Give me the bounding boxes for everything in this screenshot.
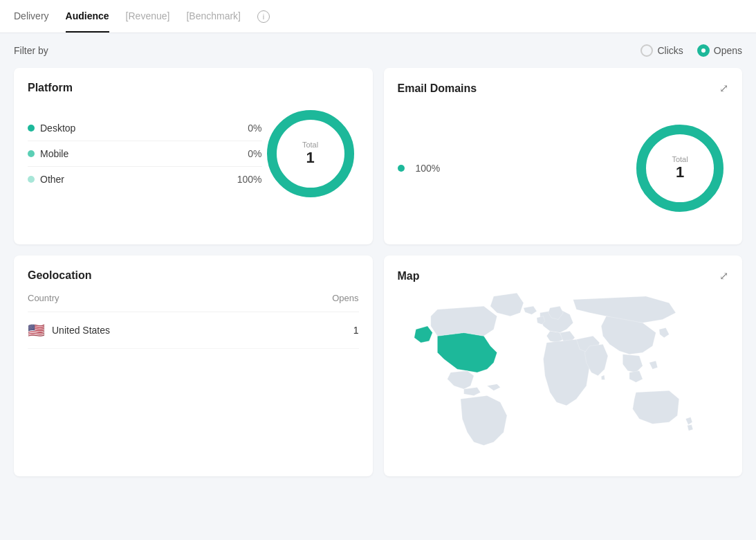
- map-title: Map: [398, 270, 420, 282]
- country-name: United States: [52, 325, 110, 336]
- nav-revenue[interactable]: [Revenue]: [126, 1, 170, 33]
- platform-item-desktop: Desktop 0%: [28, 116, 262, 141]
- country-flag: 🇺🇸: [28, 322, 45, 339]
- opens-value: 1: [278, 312, 359, 349]
- email-domains-expand-button[interactable]: ⤢: [719, 82, 728, 95]
- info-icon[interactable]: i: [257, 10, 270, 23]
- nav-audience[interactable]: Audience: [66, 1, 109, 33]
- geolocation-title: Geolocation: [28, 269, 91, 282]
- email-domains-donut-center: Total 1: [672, 155, 688, 181]
- desktop-label: Desktop: [40, 123, 75, 134]
- nav-delivery[interactable]: Delivery: [14, 1, 49, 33]
- platform-item-other: Other 100%: [28, 167, 262, 192]
- nav-benchmark[interactable]: [Benchmark]: [186, 1, 241, 33]
- top-navigation: Delivery Audience [Revenue] [Benchmark] …: [0, 0, 756, 33]
- filter-label: Filter by: [14, 45, 48, 56]
- email-domains-card: Email Domains ⤢ 100% Total 1: [384, 68, 743, 244]
- clicks-radio[interactable]: Clicks: [640, 44, 683, 57]
- platform-card-header: Platform: [28, 82, 359, 94]
- world-map-svg: [398, 282, 729, 462]
- table-row: 🇺🇸 United States 1: [28, 312, 359, 349]
- email-domains-title: Email Domains: [398, 82, 477, 95]
- other-pct: 100%: [237, 174, 262, 185]
- other-dot: [28, 176, 35, 183]
- map-expand-button[interactable]: ⤢: [719, 269, 728, 282]
- map-card: Map ⤢: [384, 255, 743, 476]
- filter-bar: Filter by Clicks Opens: [0, 33, 756, 68]
- geolocation-table: Country Opens 🇺🇸 United States 1: [28, 293, 359, 349]
- email-domains-header: Email Domains ⤢: [398, 82, 729, 95]
- other-label: Other: [40, 174, 64, 185]
- desktop-dot: [28, 125, 35, 132]
- platform-card: Platform Desktop 0% Mobile 0%: [14, 68, 373, 244]
- clicks-label: Clicks: [657, 45, 683, 56]
- main-content: Platform Desktop 0% Mobile 0%: [0, 68, 756, 490]
- filter-options: Clicks Opens: [640, 44, 742, 57]
- country-column-header: Country: [28, 293, 278, 312]
- email-domains-total-value: 1: [672, 163, 688, 181]
- platform-inner: Desktop 0% Mobile 0% Other 10: [28, 105, 359, 202]
- map-header: Map ⤢: [398, 269, 729, 282]
- platform-item-mobile: Mobile 0%: [28, 141, 262, 167]
- map-container: [398, 282, 729, 462]
- alaska-path: [414, 326, 432, 343]
- opens-radio-circle: [697, 44, 710, 57]
- email-domain-dot: [398, 165, 405, 172]
- email-domains-donut: Total 1: [631, 120, 728, 217]
- platform-donut-center: Total 1: [302, 141, 318, 167]
- opens-column-header: Opens: [278, 293, 359, 312]
- platform-list: Desktop 0% Mobile 0% Other 10: [28, 116, 262, 192]
- mobile-label: Mobile: [40, 148, 68, 159]
- mobile-dot: [28, 150, 35, 157]
- usa-path: [437, 333, 497, 372]
- platform-total-value: 1: [302, 149, 318, 167]
- desktop-pct: 0%: [248, 123, 261, 134]
- email-domain-row: 100%: [398, 163, 632, 174]
- country-cell: 🇺🇸 United States: [28, 312, 278, 349]
- opens-radio[interactable]: Opens: [697, 44, 742, 57]
- email-domains-inner: 100% Total 1: [398, 106, 729, 231]
- clicks-radio-circle: [640, 44, 653, 57]
- opens-label: Opens: [714, 45, 742, 56]
- mobile-pct: 0%: [248, 148, 261, 159]
- geolocation-card: Geolocation Country Opens 🇺🇸 United Stat…: [14, 255, 373, 476]
- platform-title: Platform: [28, 82, 73, 94]
- geolocation-header: Geolocation: [28, 269, 359, 282]
- email-domain-pct: 100%: [416, 163, 441, 174]
- email-domains-total-label: Total: [672, 155, 688, 163]
- platform-donut: Total 1: [262, 105, 359, 202]
- platform-total-label: Total: [302, 141, 318, 149]
